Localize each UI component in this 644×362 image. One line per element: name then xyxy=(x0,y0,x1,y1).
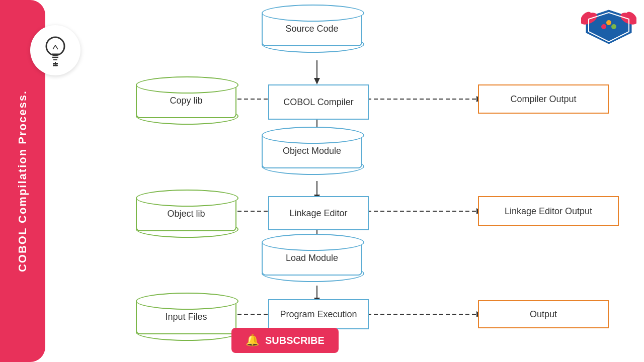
logo-svg: topictrick xyxy=(581,8,636,45)
linkage-editor-output-box: Linkage Editor Output xyxy=(478,196,619,226)
compiler-output-label: Compiler Output xyxy=(510,94,576,105)
svg-point-40 xyxy=(606,20,611,25)
bell-icon: 🔔 xyxy=(246,334,259,347)
cobol-compiler-box: COBOL Compiler xyxy=(268,84,369,120)
load-module-label: Load Module xyxy=(286,253,338,263)
svg-point-41 xyxy=(611,24,616,29)
source-code-label: Source Code xyxy=(285,24,338,34)
logo: topictrick xyxy=(581,8,636,45)
svg-marker-12 xyxy=(314,78,320,84)
linkage-editor-box: Linkage Editor xyxy=(268,196,369,230)
output-label: Output xyxy=(530,309,557,320)
object-module-box: Object Module xyxy=(262,133,362,168)
subscribe-label: SUBSCRIBE xyxy=(265,335,325,346)
program-execution-label: Program Execution xyxy=(280,309,357,320)
linkage-editor-label: Linkage Editor xyxy=(289,208,347,219)
input-files-box: Input Files xyxy=(136,299,236,334)
linkage-editor-output-label: Linkage Editor Output xyxy=(505,206,592,217)
subscribe-button[interactable]: 🔔 SUBSCRIBE xyxy=(231,328,339,353)
source-code-box: Source Code xyxy=(262,11,362,46)
source-code-cylinder: Source Code xyxy=(262,11,362,46)
main-diagram: Source Code COBOL Compiler Object Module… xyxy=(45,0,644,362)
input-files-cylinder: Input Files xyxy=(136,299,236,334)
copy-lib-box: Copy lib xyxy=(136,83,236,118)
load-module-cylinder: Load Module xyxy=(262,240,362,276)
program-execution-box: Program Execution xyxy=(268,299,369,329)
object-module-label: Object Module xyxy=(283,146,341,156)
object-lib-box: Object lib xyxy=(136,196,236,231)
compiler-output-box: Compiler Output xyxy=(478,84,609,114)
object-module-cylinder: Object Module xyxy=(262,133,362,168)
sidebar-title: COBOL Compilation Process. xyxy=(16,90,29,272)
object-lib-cylinder: Object lib xyxy=(136,196,236,231)
cobol-compiler-label: COBOL Compiler xyxy=(283,97,353,108)
copy-lib-label: Copy lib xyxy=(170,96,202,106)
load-module-box: Load Module xyxy=(262,240,362,276)
copy-lib-cylinder: Copy lib xyxy=(136,83,236,118)
input-files-label: Input Files xyxy=(165,312,207,322)
svg-point-39 xyxy=(601,24,606,29)
output-box: Output xyxy=(478,300,609,328)
object-lib-label: Object lib xyxy=(167,209,205,219)
